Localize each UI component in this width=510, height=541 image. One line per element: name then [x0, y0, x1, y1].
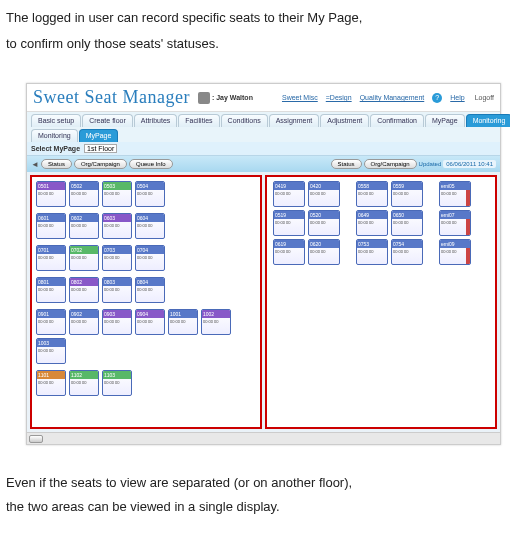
seat-0504[interactable]: 050400:00 00	[135, 181, 165, 207]
seat-panel-left: 050100:00 00050200:00 00050300:00 000504…	[30, 175, 262, 429]
app-header: Sweet Seat Manager : Jay Walton Sweet Mi…	[27, 84, 500, 112]
tab-row-main: Basic setupCreate floorAttributesFacilit…	[27, 112, 500, 127]
user-icon	[198, 92, 210, 104]
link-sweet-misc[interactable]: Sweet Misc	[282, 94, 318, 101]
seat-emi09[interactable]: emi0900:00 00	[439, 239, 471, 265]
tab-monitoring[interactable]: Monitoring	[466, 114, 510, 127]
tab-assignment[interactable]: Assignment	[269, 114, 320, 127]
seat-0603[interactable]: 060300:00 00	[102, 213, 132, 239]
panel-toolbar: ◄ Status Org/Campaign Queue Info Status …	[27, 156, 500, 172]
seat-0619[interactable]: 061900:00 00	[273, 239, 305, 265]
seat-0519[interactable]: 051900:00 00	[273, 210, 305, 236]
tab-adjustment[interactable]: Adjustment	[320, 114, 369, 127]
seat-emi05[interactable]: emi0500:00 00	[439, 181, 471, 207]
seat-grid-right: 041900:00 00051900:00 00061900:00 00 042…	[267, 177, 495, 269]
seat-0803[interactable]: 080300:00 00	[102, 277, 132, 303]
status-button-right[interactable]: Status	[331, 159, 362, 169]
tab-attributes[interactable]: Attributes	[134, 114, 178, 127]
user-name: : Jay Walton	[212, 94, 253, 101]
horizontal-scrollbar[interactable]	[27, 432, 500, 444]
mypage-select-bar: Select MyPage 1st Floor	[27, 142, 500, 156]
status-button-left[interactable]: Status	[41, 159, 72, 169]
seat-0558[interactable]: 055800:00 00	[356, 181, 388, 207]
mypage-select-label: Select MyPage	[31, 145, 80, 152]
link-design[interactable]: =Design	[326, 94, 352, 101]
seat-1103[interactable]: 110300:00 00	[102, 370, 132, 396]
subtab-monitoring[interactable]: Monitoring	[31, 129, 78, 142]
seat-0502[interactable]: 050200:00 00	[69, 181, 99, 207]
caption-bottom-1: Even if the seats to view are separated …	[6, 473, 504, 493]
caption-bottom-2: the two areas can be viewed in a single …	[6, 497, 504, 517]
header-links: Sweet Misc =Design Quality Management ? …	[282, 93, 494, 103]
seat-canvas: 050100:00 00050200:00 00050300:00 000504…	[27, 172, 500, 432]
seat-panel-right: 041900:00 00051900:00 00061900:00 00 042…	[265, 175, 497, 429]
seat-0754[interactable]: 075400:00 00	[391, 239, 423, 265]
seat-1002[interactable]: 100200:00 00	[201, 309, 231, 335]
nav-prev-icon[interactable]: ◄	[31, 160, 39, 169]
caption-top-2: to confirm only those seats' statuses.	[6, 34, 504, 54]
seat-0804[interactable]: 080400:00 00	[135, 277, 165, 303]
seat-0602[interactable]: 060200:00 00	[69, 213, 99, 239]
tab-create-floor[interactable]: Create floor	[82, 114, 133, 127]
seat-0802[interactable]: 080200:00 00	[69, 277, 99, 303]
link-help[interactable]: Help	[450, 94, 464, 101]
seat-0902[interactable]: 090200:00 00	[69, 309, 99, 335]
updated-label: Updated	[419, 161, 442, 167]
tab-mypage[interactable]: MyPage	[425, 114, 465, 127]
mypage-select[interactable]: 1st Floor	[84, 144, 117, 153]
tab-confirmation[interactable]: Confirmation	[370, 114, 424, 127]
seat-0703[interactable]: 070300:00 00	[102, 245, 132, 271]
seat-0704[interactable]: 070400:00 00	[135, 245, 165, 271]
seat-0419[interactable]: 041900:00 00	[273, 181, 305, 207]
link-logoff[interactable]: Logoff	[475, 94, 494, 101]
seat-0601[interactable]: 060100:00 00	[36, 213, 66, 239]
seat-0420[interactable]: 042000:00 00	[308, 181, 340, 207]
seat-0650[interactable]: 065000:00 00	[391, 210, 423, 236]
seat-0702[interactable]: 070200:00 00	[69, 245, 99, 271]
seat-emi07[interactable]: emi0700:00 00	[439, 210, 471, 236]
seat-0503[interactable]: 050300:00 00	[102, 181, 132, 207]
caption-top-1: The logged in user can record specific s…	[6, 8, 504, 28]
seat-1001[interactable]: 100100:00 00	[168, 309, 198, 335]
app-title: Sweet Seat Manager	[33, 87, 190, 108]
seat-group: 041900:00 00051900:00 00061900:00 00 042…	[273, 181, 340, 265]
seat-group: emi0500:00 00emi0700:00 00emi0900:00 00	[439, 181, 471, 265]
org-campaign-button-right[interactable]: Org/Campaign	[364, 159, 417, 169]
seat-0559[interactable]: 055900:00 00	[391, 181, 423, 207]
seat-0904[interactable]: 090400:00 00	[135, 309, 165, 335]
app-window: Sweet Seat Manager : Jay Walton Sweet Mi…	[26, 83, 501, 445]
queue-info-button[interactable]: Queue Info	[129, 159, 173, 169]
help-icon[interactable]: ?	[432, 93, 442, 103]
tab-facilities[interactable]: Facilities	[178, 114, 219, 127]
seat-0701[interactable]: 070100:00 00	[36, 245, 66, 271]
seat-1003[interactable]: 100300:00 00	[36, 338, 66, 364]
scrollbar-thumb[interactable]	[29, 435, 43, 443]
seat-0901[interactable]: 090100:00 00	[36, 309, 66, 335]
seat-0753[interactable]: 075300:00 00	[356, 239, 388, 265]
seat-0903[interactable]: 090300:00 00	[102, 309, 132, 335]
tab-conditions[interactable]: Conditions	[221, 114, 268, 127]
seat-0649[interactable]: 064900:00 00	[356, 210, 388, 236]
tab-basic-setup[interactable]: Basic setup	[31, 114, 81, 127]
org-campaign-button-left[interactable]: Org/Campaign	[74, 159, 127, 169]
seat-0501[interactable]: 050100:00 00	[36, 181, 66, 207]
seat-0801[interactable]: 080100:00 00	[36, 277, 66, 303]
link-quality-management[interactable]: Quality Management	[360, 94, 425, 101]
tab-row-sub: MonitoringMyPage	[27, 127, 500, 142]
seat-0520[interactable]: 052000:00 00	[308, 210, 340, 236]
subtab-mypage[interactable]: MyPage	[79, 129, 119, 142]
seat-1101[interactable]: 110100:00 00	[36, 370, 66, 396]
updated-timestamp: 06/06/2011 10:41	[443, 160, 496, 168]
seat-1102[interactable]: 110200:00 00	[69, 370, 99, 396]
seat-grid-left: 050100:00 00050200:00 00050300:00 000504…	[32, 177, 260, 400]
seat-group: 055800:00 00064900:00 00075300:00 00 055…	[356, 181, 423, 265]
seat-0604[interactable]: 060400:00 00	[135, 213, 165, 239]
seat-0620[interactable]: 062000:00 00	[308, 239, 340, 265]
